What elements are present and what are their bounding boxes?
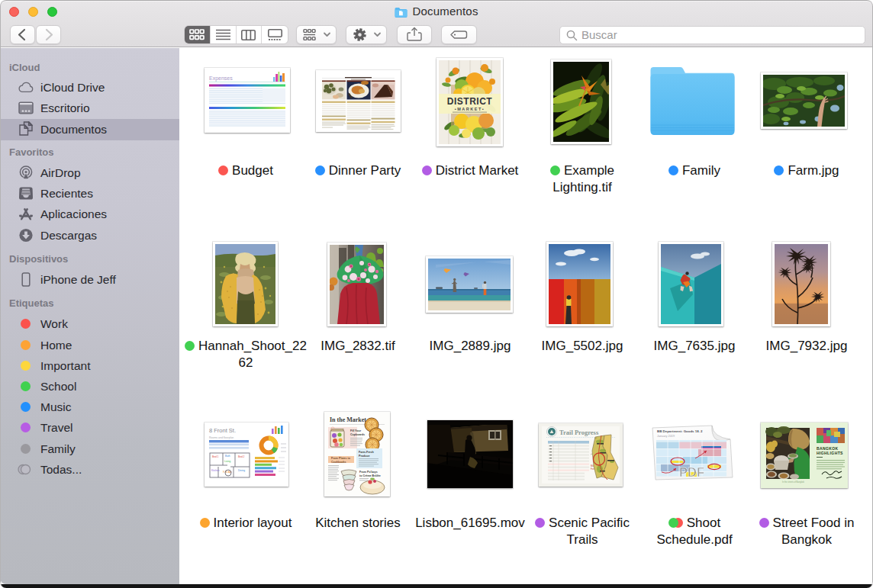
svg-text:Living: Living [224, 460, 231, 463]
svg-text:DISTRICT: DISTRICT [447, 96, 493, 107]
svg-text:Expenses: Expenses [209, 76, 233, 82]
svg-text:Kitchen: Kitchen [211, 469, 220, 472]
svg-text:Farm-Fresh: Farm-Fresh [359, 451, 374, 454]
svg-text:•MARKET•: •MARKET• [455, 107, 485, 111]
svg-text:Rooms and floorplan: Rooms and floorplan [209, 436, 234, 439]
svg-text:From Plates to: From Plates to [331, 457, 351, 460]
svg-text:Produce: Produce [359, 455, 369, 458]
svg-text:Trail Progress: Trail Progress [559, 429, 599, 436]
svg-text:Bed 1: Bed 1 [212, 455, 219, 458]
svg-text:HIGHLIGHTS: HIGHLIGHTS [817, 451, 843, 455]
svg-text:Dining: Dining [238, 469, 245, 472]
svg-text:In the Market: In the Market [330, 416, 366, 423]
svg-text:January 2019: January 2019 [657, 435, 675, 438]
svg-text:to Crème Brûlée: to Crème Brûlée [359, 474, 381, 477]
svg-text:BB Department: Goods 18. 2: BB Department: Goods 18. 2 [657, 429, 703, 433]
svg-text:Cupboards: Cupboards [350, 433, 365, 436]
svg-text:Cookbooks: Cookbooks [331, 461, 346, 464]
svg-text:PDF: PDF [679, 465, 704, 479]
svg-text:Bed 2: Bed 2 [238, 455, 245, 458]
svg-text:Bath: Bath [225, 455, 230, 458]
svg-text:In the streets of Bangkok: In the streets of Bangkok [782, 480, 804, 484]
svg-text:Fill Your: Fill Your [350, 429, 362, 432]
svg-text:From Po'boys: From Po'boys [359, 471, 378, 474]
svg-text:8 Front St.: 8 Front St. [209, 427, 236, 434]
